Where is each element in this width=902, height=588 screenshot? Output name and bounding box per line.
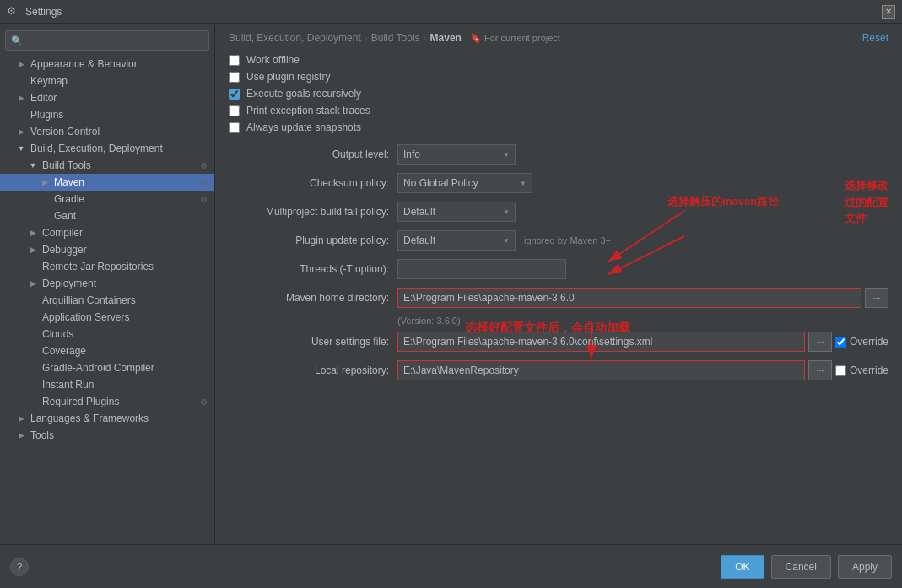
search-icon: 🔍: [11, 35, 23, 46]
maven-home-label: Maven home directory:: [229, 292, 397, 304]
sidebar-item-label-build: Build, Execution, Deployment: [30, 143, 163, 154]
sidebar-item-debugger[interactable]: ▶Debugger: [0, 241, 214, 258]
checkbox-work-offline: Work offline: [229, 54, 888, 66]
search-input[interactable]: [26, 35, 203, 46]
sidebar-item-appearance[interactable]: ▶Appearance & Behavior: [0, 56, 214, 73]
multiproject-control: Default ▼: [397, 202, 888, 222]
sidebar-item-tools[interactable]: ▶Tools: [0, 427, 214, 444]
threads-input[interactable]: [397, 259, 566, 279]
sidebar-item-arquillian[interactable]: Arquillian Containers: [0, 292, 214, 309]
sidebar-item-app-servers[interactable]: Application Servers: [0, 309, 214, 326]
reset-button[interactable]: Reset: [862, 32, 888, 44]
sidebar-item-instant-run[interactable]: Instant Run: [0, 376, 214, 393]
always-update-checkbox[interactable]: [229, 122, 240, 133]
sidebar-item-languages[interactable]: ▶Languages & Frameworks: [0, 410, 214, 427]
checksum-policy-dropdown[interactable]: No Global Policy ▼: [397, 173, 532, 193]
local-repo-override: Override: [835, 364, 888, 376]
multiproject-row: Multiproject build fail policy: Default …: [229, 201, 888, 223]
bottom-right: OK Cancel Apply: [721, 555, 892, 579]
use-plugin-label[interactable]: Use plugin registry: [246, 71, 330, 83]
output-level-label: Output level:: [229, 148, 397, 160]
user-settings-override-label[interactable]: Override: [850, 336, 888, 348]
close-button[interactable]: ✕: [882, 5, 895, 19]
settings-icon-build-tools: ⚙: [200, 161, 208, 170]
maven-home-browse-button[interactable]: ···: [865, 288, 888, 308]
sidebar-item-compiler[interactable]: ▶Compiler: [0, 224, 214, 241]
local-repo-browse-button[interactable]: ···: [808, 360, 832, 380]
sidebar-item-label-build-tools: Build Tools: [42, 159, 91, 171]
bottom-bar: ? OK Cancel Apply: [0, 544, 902, 588]
sidebar-item-build-tools[interactable]: ▼Build Tools⚙: [0, 157, 214, 174]
local-repo-row: Local repository: ··· Override: [229, 359, 888, 381]
ok-button[interactable]: OK: [721, 555, 764, 579]
help-button[interactable]: ?: [10, 558, 29, 576]
print-exceptions-checkbox[interactable]: [229, 105, 240, 116]
user-settings-override: Override: [835, 336, 888, 348]
local-repo-input[interactable]: [397, 360, 805, 380]
tree-arrow-build-tools: ▼: [27, 161, 39, 170]
sidebar-item-label-required-plugins: Required Plugins: [42, 396, 119, 407]
sidebar-item-label-clouds: Clouds: [42, 328, 73, 340]
local-repo-override-checkbox[interactable]: [835, 365, 846, 376]
sidebar-item-label-gradle: Gradle: [54, 193, 84, 205]
settings-icon-maven: ⚙: [200, 178, 208, 187]
sidebar-item-remote-jar[interactable]: Remote Jar Repositories: [0, 258, 214, 275]
settings-icon: ⚙: [7, 5, 20, 19]
sidebar-item-gradle[interactable]: Gradle⚙: [0, 191, 214, 208]
plugin-update-control: Default ▼ ignored by Maven 3+: [397, 230, 888, 251]
tree-arrow-compiler: ▶: [27, 229, 39, 237]
sidebar-item-build[interactable]: ▼Build, Execution, Deployment: [0, 140, 214, 157]
tree-arrow-appearance: ▶: [15, 60, 27, 68]
output-level-control: Info ▼: [397, 144, 888, 165]
tree-arrow-maven: ▶: [39, 178, 51, 186]
sidebar-item-maven[interactable]: ▶Maven⚙: [0, 174, 214, 191]
plugin-update-value: Default: [403, 235, 435, 246]
sidebar-item-vcs[interactable]: ▶Version Control: [0, 123, 214, 140]
sidebar-item-label-keymap: Keymap: [30, 75, 68, 87]
search-box[interactable]: 🔍: [5, 30, 209, 51]
multiproject-dropdown[interactable]: Default ▼: [397, 202, 516, 222]
user-settings-browse-button[interactable]: ···: [808, 332, 832, 352]
sidebar-item-gradle-android[interactable]: Gradle-Android Compiler: [0, 359, 214, 376]
maven-home-input[interactable]: [397, 288, 861, 308]
sidebar-item-label-instant-run: Instant Run: [42, 379, 94, 391]
sidebar-item-plugins[interactable]: Plugins: [0, 106, 214, 123]
work-offline-checkbox[interactable]: [229, 55, 240, 66]
user-settings-override-checkbox[interactable]: [835, 337, 846, 348]
settings-icon-gradle: ⚙: [200, 195, 208, 204]
tree-arrow-tools: ▶: [15, 431, 27, 440]
sidebar-item-required-plugins[interactable]: Required Plugins⚙: [0, 393, 214, 410]
maven-version-hint: (Version: 3.6.0): [397, 316, 888, 326]
sidebar-item-coverage[interactable]: Coverage: [0, 343, 214, 359]
work-offline-label[interactable]: Work offline: [246, 54, 300, 66]
local-repo-override-label[interactable]: Override: [850, 364, 888, 376]
user-settings-label: User settings file:: [229, 336, 397, 348]
sidebar-item-clouds[interactable]: Clouds: [0, 326, 214, 343]
use-plugin-checkbox[interactable]: [229, 72, 240, 83]
sidebar-item-label-remote-jar: Remote Jar Repositories: [42, 261, 154, 272]
cancel-button[interactable]: Cancel: [771, 555, 831, 579]
checksum-policy-value: No Global Policy: [403, 177, 478, 189]
threads-control: [397, 259, 888, 279]
sidebar-item-deployment[interactable]: ▶Deployment: [0, 275, 214, 292]
main-content: 🔍 ▶Appearance & BehaviorKeymap▶EditorPlu…: [0, 24, 902, 544]
sidebar-item-keymap[interactable]: Keymap: [0, 73, 214, 89]
sidebar-item-label-editor: Editor: [30, 92, 57, 104]
dropdown-arrow: ▼: [520, 180, 527, 187]
dropdown-arrow: ▼: [503, 151, 510, 159]
breadcrumb: Build, Execution, Deployment › Build Too…: [229, 32, 888, 44]
sidebar-item-gant[interactable]: Gant: [0, 208, 214, 224]
checkbox-always-update: Always update snapshots: [229, 121, 888, 133]
output-level-dropdown[interactable]: Info ▼: [397, 144, 516, 165]
plugin-update-dropdown[interactable]: Default ▼: [397, 230, 516, 251]
apply-button[interactable]: Apply: [838, 555, 892, 579]
tree-arrow-deployment: ▶: [27, 279, 39, 288]
user-settings-input[interactable]: [397, 332, 805, 352]
sidebar-item-label-appearance: Appearance & Behavior: [30, 58, 138, 70]
execute-goals-checkbox[interactable]: [229, 89, 240, 100]
always-update-label[interactable]: Always update snapshots: [246, 121, 361, 133]
sidebar-item-editor[interactable]: ▶Editor: [0, 89, 214, 106]
sidebar-item-label-tools: Tools: [30, 429, 54, 441]
print-exceptions-label[interactable]: Print exception stack traces: [246, 105, 370, 116]
execute-goals-label[interactable]: Execute goals recursively: [246, 88, 361, 100]
